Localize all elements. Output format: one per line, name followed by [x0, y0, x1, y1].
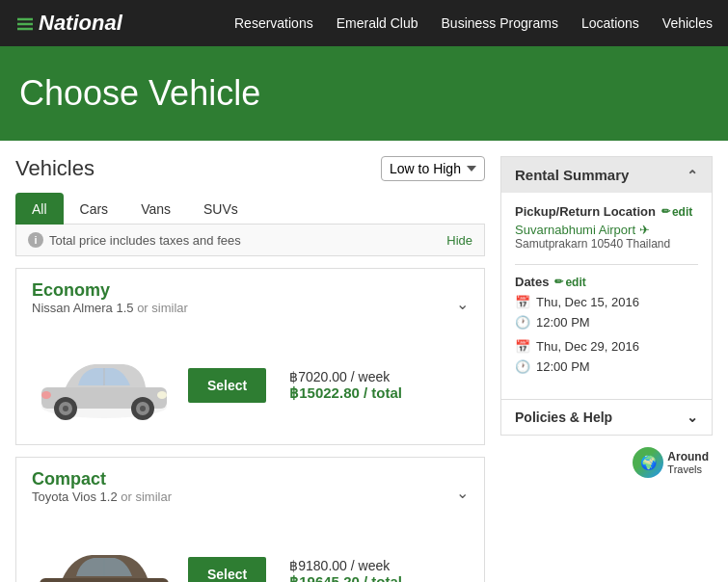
- badge-visual: 🌍 Around Travels: [633, 447, 709, 478]
- nav-business-programs[interactable]: Business Programs: [442, 15, 558, 31]
- sort-select[interactable]: Low to High High to Low: [381, 156, 485, 181]
- time-1: 12:00 PM: [536, 315, 590, 330]
- brand-name: National: [39, 11, 122, 36]
- right-panel: Rental Summary ⌃ Pickup/Return Location …: [500, 156, 713, 582]
- brand-logo[interactable]: National: [15, 11, 122, 36]
- date-1: Thu, Dec 15, 2016: [536, 295, 639, 309]
- notice-text: Total price includes taxes and fees: [49, 233, 241, 248]
- navbar: National Reservations Emerald Club Busin…: [0, 0, 728, 46]
- dates-section: Dates ✏ edit 📅 Thu, Dec 15, 2016 🕐 12:00…: [515, 275, 698, 374]
- badge-text-block: Around Travels: [667, 450, 709, 475]
- economy-select-price: Select ฿7020.00 / week ฿15022.80 / total: [188, 368, 402, 403]
- compact-model: Toyota Vios 1.2 or similar: [32, 489, 172, 504]
- svg-point-12: [157, 391, 167, 399]
- main-content: Vehicles Low to High High to Low All Car…: [0, 141, 728, 582]
- calendar-icon-1: 📅: [515, 295, 530, 309]
- location-name: Suvarnabhumi Airport ✈: [515, 223, 698, 237]
- vehicle-category-compact: Compact Toyota Vios 1.2 or similar: [32, 469, 172, 516]
- economy-model: Nissan Almera 1.5 or similar: [32, 301, 188, 315]
- nav-vehicles[interactable]: Vehicles: [662, 15, 713, 31]
- economy-pricing: ฿7020.00 / week ฿15022.80 / total: [289, 369, 402, 402]
- left-panel: Vehicles Low to High High to Low All Car…: [15, 156, 485, 582]
- divider-1: [515, 264, 698, 265]
- vehicle-card-economy: Economy Nissan Almera 1.5 or similar ⌄: [15, 268, 485, 445]
- svg-point-8: [63, 406, 68, 411]
- vehicle-tabs: All Cars Vans SUVs: [15, 193, 485, 225]
- compact-card-inner: Select ฿9180.00 / week ฿19645.20 / total: [16, 516, 484, 582]
- nav-links: Reservations Emerald Club Business Progr…: [234, 15, 713, 31]
- national-logo-icon: [15, 13, 35, 34]
- policies-label: Policies & Help: [515, 410, 612, 425]
- policies-chevron-icon: ⌄: [687, 410, 698, 425]
- nav-locations[interactable]: Locations: [581, 15, 639, 31]
- date-row-1: 📅 Thu, Dec 15, 2016: [515, 295, 698, 309]
- date-2: Thu, Dec 29, 2016: [536, 339, 639, 354]
- nav-reservations[interactable]: Reservations: [234, 15, 313, 31]
- info-icon: i: [28, 232, 43, 248]
- compact-car-image: [32, 531, 176, 582]
- location-detail: Samutprakarn 10540 Thailand: [515, 237, 698, 251]
- globe-icon: 🌍: [633, 447, 663, 478]
- pickup-title: Pickup/Return Location ✏ edit: [515, 204, 698, 219]
- tab-all[interactable]: All: [15, 193, 64, 225]
- rental-summary-chevron-icon[interactable]: ⌃: [687, 168, 698, 183]
- vehicles-title: Vehicles: [15, 156, 94, 181]
- svg-point-11: [140, 406, 146, 411]
- rental-summary-body: Pickup/Return Location ✏ edit Suvarnabhu…: [501, 193, 712, 399]
- date-row-2: 📅 Thu, Dec 29, 2016: [515, 339, 698, 354]
- economy-price-week: ฿7020.00 / week: [289, 369, 402, 384]
- rental-summary-header: Rental Summary ⌃: [501, 157, 712, 193]
- pencil-icon: ✏: [661, 205, 670, 218]
- compact-price-week: ฿9180.00 / week: [289, 558, 402, 573]
- dates-edit-link[interactable]: ✏ edit: [554, 276, 585, 289]
- time-row-1: 🕐 12:00 PM: [515, 315, 698, 330]
- vehicle-card-header-compact: Compact Toyota Vios 1.2 or similar ⌄: [16, 458, 484, 516]
- pencil-icon-2: ✏: [554, 276, 563, 288]
- dates-title: Dates ✏ edit: [515, 275, 698, 289]
- svg-rect-15: [40, 578, 169, 582]
- nav-emerald-club[interactable]: Emerald Club: [337, 15, 418, 31]
- page-title: Choose Vehicle: [19, 73, 709, 114]
- notice-bar: i Total price includes taxes and fees Hi…: [15, 225, 485, 256]
- tab-suvs[interactable]: SUVs: [187, 193, 255, 225]
- badge-travels: Travels: [667, 463, 702, 475]
- badge-around: Around: [667, 450, 709, 463]
- plane-icon: ✈: [639, 223, 650, 237]
- vehicle-card-header-economy: Economy Nissan Almera 1.5 or similar ⌄: [16, 269, 484, 327]
- pickup-edit-link[interactable]: ✏ edit: [661, 205, 692, 219]
- economy-price-total: ฿15022.80 / total: [289, 384, 402, 402]
- policies-help-row[interactable]: Policies & Help ⌄: [501, 399, 712, 435]
- compact-select-price: Select ฿9180.00 / week ฿19645.20 / total: [188, 557, 402, 582]
- vehicle-card-compact: Compact Toyota Vios 1.2 or similar ⌄: [15, 457, 485, 582]
- pickup-section: Pickup/Return Location ✏ edit Suvarnabhu…: [515, 204, 698, 251]
- tab-cars[interactable]: Cars: [64, 193, 125, 225]
- economy-card-inner: Select ฿7020.00 / week ฿15022.80 / total: [16, 327, 484, 444]
- compact-pricing: ฿9180.00 / week ฿19645.20 / total: [289, 558, 402, 582]
- economy-select-button[interactable]: Select: [188, 368, 266, 403]
- rental-summary: Rental Summary ⌃ Pickup/Return Location …: [500, 156, 713, 436]
- economy-category: Economy: [32, 280, 188, 301]
- clock-icon-2: 🕐: [515, 359, 530, 374]
- tab-vans[interactable]: Vans: [124, 193, 187, 225]
- vehicles-header: Vehicles Low to High High to Low: [15, 156, 485, 181]
- hide-link[interactable]: Hide: [446, 233, 472, 248]
- around-travels-badge: 🌍 Around Travels: [500, 447, 713, 478]
- svg-point-13: [41, 391, 51, 399]
- time-row-2: 🕐 12:00 PM: [515, 359, 698, 374]
- compact-category: Compact: [32, 469, 172, 489]
- calendar-icon-2: 📅: [515, 339, 530, 354]
- compact-chevron-icon[interactable]: ⌄: [456, 484, 469, 502]
- rental-summary-title: Rental Summary: [515, 167, 629, 183]
- notice-left: i Total price includes taxes and fees: [28, 232, 241, 248]
- compact-price-total: ฿19645.20 / total: [289, 573, 402, 582]
- compact-select-button[interactable]: Select: [188, 557, 266, 582]
- clock-icon-1: 🕐: [515, 315, 530, 330]
- economy-chevron-icon[interactable]: ⌄: [456, 295, 469, 313]
- time-2: 12:00 PM: [536, 359, 590, 374]
- economy-car-image: [32, 342, 176, 429]
- hero-banner: Choose Vehicle: [0, 46, 728, 141]
- vehicle-category-economy: Economy Nissan Almera 1.5 or similar: [32, 280, 188, 327]
